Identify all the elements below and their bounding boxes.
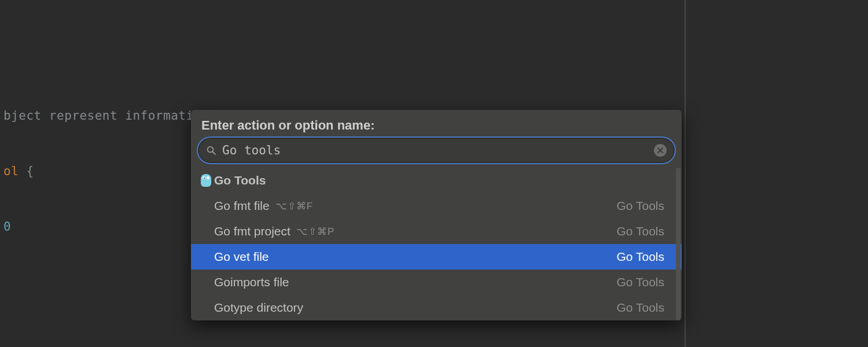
action-shortcut: ⌥⇧⌘F [275,200,313,212]
clear-search-button[interactable] [654,144,667,157]
action-item[interactable]: Go fmt file⌥⇧⌘FGo Tools [191,193,682,219]
action-label: Go vet file [214,250,269,264]
action-shortcut: ⌥⇧⌘P [296,226,334,238]
svg-line-1 [212,152,215,154]
action-item[interactable]: Go Tools [191,168,682,193]
action-group: Go Tools [617,224,665,238]
action-group: Go Tools [617,275,665,289]
action-label: Gotype directory [214,301,303,315]
action-item[interactable]: Gotype directoryGo Tools [191,295,682,320]
action-item[interactable]: Go vet fileGo Tools [191,244,682,270]
find-action-popup: Enter action or option name: Go ToolsGo … [191,110,682,320]
action-label: Goimports file [214,275,289,289]
action-group: Go Tools [617,301,665,315]
search-icon [206,145,216,156]
action-group: Go Tools [617,199,665,213]
gopher-icon [198,174,214,187]
action-item[interactable]: Go fmt project⌥⇧⌘PGo Tools [191,219,682,244]
action-label: Go fmt file [214,199,270,213]
search-input[interactable] [221,143,654,158]
popup-title: Enter action or option name: [191,118,682,139]
search-field[interactable] [199,139,674,162]
code-line [3,328,868,347]
action-group: Go Tools [617,250,665,264]
action-label: Go Tools [214,174,266,187]
action-label: Go fmt project [214,224,290,238]
action-item[interactable]: Goimports fileGo Tools [191,270,682,295]
results-list: Go ToolsGo fmt file⌥⇧⌘FGo ToolsGo fmt pr… [191,168,682,320]
